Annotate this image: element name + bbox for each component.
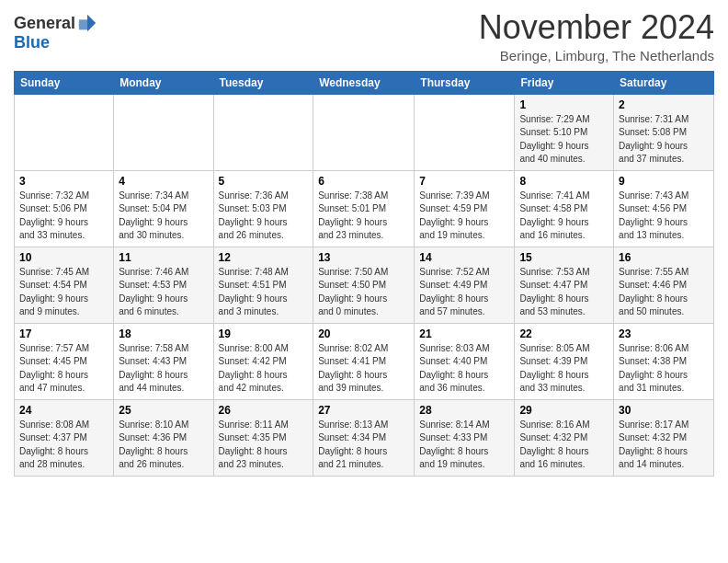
day-info: Sunrise: 7:29 AMSunset: 5:10 PMDaylight:… bbox=[519, 113, 609, 167]
calendar-cell: 23Sunrise: 8:06 AMSunset: 4:38 PMDayligh… bbox=[614, 323, 714, 399]
day-number: 12 bbox=[219, 251, 309, 264]
calendar-cell bbox=[213, 94, 313, 170]
calendar-cell: 20Sunrise: 8:02 AMSunset: 4:41 PMDayligh… bbox=[313, 323, 415, 399]
calendar-week-4: 17Sunrise: 7:57 AMSunset: 4:45 PMDayligh… bbox=[15, 323, 714, 399]
day-info: Sunrise: 7:48 AMSunset: 4:51 PMDaylight:… bbox=[219, 266, 309, 319]
day-info: Sunrise: 7:39 AMSunset: 4:59 PMDaylight:… bbox=[419, 190, 509, 243]
weekday-header-saturday: Saturday bbox=[614, 71, 714, 94]
day-info: Sunrise: 8:03 AMSunset: 4:40 PMDaylight:… bbox=[419, 342, 509, 396]
calendar-cell: 10Sunrise: 7:45 AMSunset: 4:54 PMDayligh… bbox=[15, 247, 114, 323]
day-number: 18 bbox=[119, 327, 208, 340]
logo-general-text: General bbox=[14, 14, 75, 33]
day-info: Sunrise: 8:13 AMSunset: 4:34 PMDaylight:… bbox=[318, 419, 409, 472]
day-info: Sunrise: 7:52 AMSunset: 4:49 PMDaylight:… bbox=[419, 266, 509, 319]
day-number: 29 bbox=[519, 404, 609, 417]
day-number: 7 bbox=[419, 175, 509, 188]
day-info: Sunrise: 8:11 AMSunset: 4:35 PMDaylight:… bbox=[219, 419, 309, 472]
calendar-cell: 3Sunrise: 7:32 AMSunset: 5:06 PMDaylight… bbox=[15, 170, 114, 247]
day-info: Sunrise: 7:45 AMSunset: 4:54 PMDaylight:… bbox=[19, 266, 108, 319]
day-info: Sunrise: 8:05 AMSunset: 4:39 PMDaylight:… bbox=[519, 342, 609, 396]
day-info: Sunrise: 8:17 AMSunset: 4:32 PMDaylight:… bbox=[619, 419, 709, 472]
calendar-cell: 9Sunrise: 7:43 AMSunset: 4:56 PMDaylight… bbox=[614, 170, 714, 247]
day-info: Sunrise: 7:43 AMSunset: 4:56 PMDaylight:… bbox=[619, 190, 709, 243]
day-number: 23 bbox=[619, 327, 709, 340]
weekday-header-thursday: Thursday bbox=[415, 71, 515, 94]
calendar-cell: 7Sunrise: 7:39 AMSunset: 4:59 PMDaylight… bbox=[415, 170, 515, 247]
day-number: 2 bbox=[619, 98, 709, 111]
calendar-cell: 12Sunrise: 7:48 AMSunset: 4:51 PMDayligh… bbox=[213, 247, 313, 323]
calendar-cell: 14Sunrise: 7:52 AMSunset: 4:49 PMDayligh… bbox=[415, 247, 515, 323]
day-info: Sunrise: 7:55 AMSunset: 4:46 PMDaylight:… bbox=[619, 266, 709, 319]
day-number: 27 bbox=[318, 404, 409, 417]
calendar-cell: 16Sunrise: 7:55 AMSunset: 4:46 PMDayligh… bbox=[614, 247, 714, 323]
calendar-cell: 29Sunrise: 8:16 AMSunset: 4:32 PMDayligh… bbox=[515, 399, 614, 476]
day-info: Sunrise: 7:38 AMSunset: 5:01 PMDaylight:… bbox=[318, 190, 409, 243]
calendar-cell: 4Sunrise: 7:34 AMSunset: 5:04 PMDaylight… bbox=[114, 170, 213, 247]
svg-marker-1 bbox=[79, 19, 89, 29]
page-header: General Blue November 2024 Beringe, Limb… bbox=[14, 9, 714, 63]
calendar-cell: 18Sunrise: 7:58 AMSunset: 4:43 PMDayligh… bbox=[114, 323, 213, 399]
day-info: Sunrise: 8:10 AMSunset: 4:36 PMDaylight:… bbox=[119, 419, 208, 472]
calendar-week-1: 1Sunrise: 7:29 AMSunset: 5:10 PMDaylight… bbox=[15, 94, 714, 170]
day-info: Sunrise: 7:31 AMSunset: 5:08 PMDaylight:… bbox=[619, 113, 709, 167]
day-info: Sunrise: 7:57 AMSunset: 4:45 PMDaylight:… bbox=[19, 342, 108, 396]
calendar-cell: 30Sunrise: 8:17 AMSunset: 4:32 PMDayligh… bbox=[614, 399, 714, 476]
logo-icon bbox=[77, 13, 97, 33]
day-info: Sunrise: 7:58 AMSunset: 4:43 PMDaylight:… bbox=[119, 342, 208, 396]
calendar-cell: 1Sunrise: 7:29 AMSunset: 5:10 PMDaylight… bbox=[515, 94, 614, 170]
day-number: 16 bbox=[619, 251, 709, 264]
day-info: Sunrise: 8:08 AMSunset: 4:37 PMDaylight:… bbox=[19, 419, 108, 472]
weekday-header-friday: Friday bbox=[515, 71, 614, 94]
day-info: Sunrise: 7:32 AMSunset: 5:06 PMDaylight:… bbox=[19, 190, 108, 243]
day-number: 14 bbox=[419, 251, 509, 264]
day-number: 24 bbox=[19, 404, 108, 417]
day-number: 13 bbox=[318, 251, 409, 264]
calendar-cell: 6Sunrise: 7:38 AMSunset: 5:01 PMDaylight… bbox=[313, 170, 415, 247]
calendar-cell: 11Sunrise: 7:46 AMSunset: 4:53 PMDayligh… bbox=[114, 247, 213, 323]
calendar-cell: 27Sunrise: 8:13 AMSunset: 4:34 PMDayligh… bbox=[313, 399, 415, 476]
calendar-cell bbox=[415, 94, 515, 170]
day-number: 15 bbox=[519, 251, 609, 264]
month-title: November 2024 bbox=[479, 9, 714, 46]
calendar-cell bbox=[15, 94, 114, 170]
day-info: Sunrise: 7:46 AMSunset: 4:53 PMDaylight:… bbox=[119, 266, 208, 319]
day-info: Sunrise: 8:00 AMSunset: 4:42 PMDaylight:… bbox=[219, 342, 309, 396]
calendar-cell: 17Sunrise: 7:57 AMSunset: 4:45 PMDayligh… bbox=[15, 323, 114, 399]
logo-blue-text: Blue bbox=[14, 33, 50, 52]
day-number: 22 bbox=[519, 327, 609, 340]
weekday-header-sunday: Sunday bbox=[15, 71, 114, 94]
day-info: Sunrise: 7:41 AMSunset: 4:58 PMDaylight:… bbox=[519, 190, 609, 243]
weekday-header-tuesday: Tuesday bbox=[213, 71, 313, 94]
calendar-cell: 21Sunrise: 8:03 AMSunset: 4:40 PMDayligh… bbox=[415, 323, 515, 399]
day-info: Sunrise: 8:06 AMSunset: 4:38 PMDaylight:… bbox=[619, 342, 709, 396]
day-number: 3 bbox=[19, 175, 108, 188]
day-number: 8 bbox=[519, 175, 609, 188]
day-number: 10 bbox=[19, 251, 108, 264]
day-info: Sunrise: 8:14 AMSunset: 4:33 PMDaylight:… bbox=[419, 419, 509, 472]
weekday-header-monday: Monday bbox=[114, 71, 213, 94]
calendar-header-row: SundayMondayTuesdayWednesdayThursdayFrid… bbox=[15, 71, 714, 94]
day-info: Sunrise: 8:02 AMSunset: 4:41 PMDaylight:… bbox=[318, 342, 409, 396]
day-info: Sunrise: 7:34 AMSunset: 5:04 PMDaylight:… bbox=[119, 190, 208, 243]
title-block: November 2024 Beringe, Limburg, The Neth… bbox=[479, 9, 714, 63]
calendar-cell: 19Sunrise: 8:00 AMSunset: 4:42 PMDayligh… bbox=[213, 323, 313, 399]
day-info: Sunrise: 8:16 AMSunset: 4:32 PMDaylight:… bbox=[519, 419, 609, 472]
calendar-week-3: 10Sunrise: 7:45 AMSunset: 4:54 PMDayligh… bbox=[15, 247, 714, 323]
calendar-cell: 22Sunrise: 8:05 AMSunset: 4:39 PMDayligh… bbox=[515, 323, 614, 399]
calendar-cell: 26Sunrise: 8:11 AMSunset: 4:35 PMDayligh… bbox=[213, 399, 313, 476]
calendar-cell bbox=[313, 94, 415, 170]
calendar-cell: 15Sunrise: 7:53 AMSunset: 4:47 PMDayligh… bbox=[515, 247, 614, 323]
calendar-cell: 13Sunrise: 7:50 AMSunset: 4:50 PMDayligh… bbox=[313, 247, 415, 323]
day-number: 19 bbox=[219, 327, 309, 340]
day-info: Sunrise: 7:36 AMSunset: 5:03 PMDaylight:… bbox=[219, 190, 309, 243]
calendar-week-2: 3Sunrise: 7:32 AMSunset: 5:06 PMDaylight… bbox=[15, 170, 714, 247]
calendar-week-5: 24Sunrise: 8:08 AMSunset: 4:37 PMDayligh… bbox=[15, 399, 714, 476]
calendar-cell: 2Sunrise: 7:31 AMSunset: 5:08 PMDaylight… bbox=[614, 94, 714, 170]
day-number: 20 bbox=[318, 327, 409, 340]
calendar-cell: 5Sunrise: 7:36 AMSunset: 5:03 PMDaylight… bbox=[213, 170, 313, 247]
day-number: 1 bbox=[519, 98, 609, 111]
day-number: 30 bbox=[619, 404, 709, 417]
day-number: 26 bbox=[219, 404, 309, 417]
calendar-table: SundayMondayTuesdayWednesdayThursdayFrid… bbox=[14, 71, 714, 477]
weekday-header-wednesday: Wednesday bbox=[313, 71, 415, 94]
